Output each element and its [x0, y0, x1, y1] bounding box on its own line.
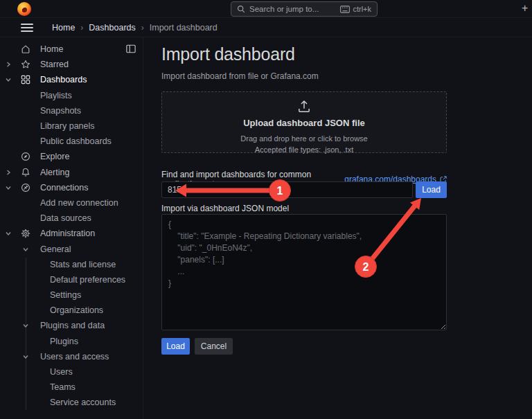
chevron-down-icon[interactable] [0, 231, 17, 236]
sidebar-nav: Home Starred Dashboards Playlists Snapsh… [0, 37, 143, 419]
upload-icon [296, 99, 312, 114]
sidebar-item-dashboards[interactable]: Dashboards [0, 72, 143, 87]
apps-icon [17, 75, 35, 84]
chevron-down-icon[interactable] [17, 247, 35, 252]
sidebar-label: Starred [40, 60, 69, 69]
sidebar-item-explore[interactable]: Explore [0, 149, 143, 164]
sidebar-item-starred[interactable]: Starred [0, 57, 143, 72]
sidebar-item-service-accounts[interactable]: Service accounts [0, 395, 143, 410]
search-icon [237, 5, 245, 13]
sidebar-label: Explore [40, 152, 69, 161]
sidebar-item-general[interactable]: General [0, 241, 143, 256]
keyboard-icon [340, 6, 350, 13]
sidebar-label: Home [40, 44, 63, 54]
sidebar-item-settings[interactable]: Settings [0, 287, 143, 303]
upload-heading: Upload dashboard JSON file [243, 118, 365, 128]
sidebar-label: Connections [40, 183, 89, 193]
sidebar-item-teams[interactable]: Teams [0, 380, 143, 395]
sidebar-item-alerting[interactable]: Alerting [0, 165, 143, 180]
shortcut-text: ctrl+k [353, 5, 371, 13]
sidebar-item-administration[interactable]: Administration [0, 226, 143, 241]
page-title: Import dashboard [161, 44, 295, 64]
sidebar-item-add-new-connection[interactable]: Add new connection [0, 195, 143, 211]
sidebar-item-stats-and-license[interactable]: Stats and license [0, 257, 143, 272]
breadcrumb: Home › Dashboards › Import dashboard [52, 18, 218, 37]
star-icon [17, 60, 35, 69]
chevron-down-icon[interactable] [0, 185, 17, 190]
sidebar-label: Administration [40, 229, 95, 238]
chevron-right-icon[interactable] [0, 62, 17, 67]
sidebar-item-plugins-and-data[interactable]: Plugins and data [0, 318, 143, 333]
sidebar-item-home[interactable]: Home [0, 42, 143, 57]
sidebar-label: Alerting [40, 168, 69, 177]
sidebar-item-default-preferences[interactable]: Default preferences [0, 272, 143, 287]
sidebar-item-users[interactable]: Users [0, 364, 143, 380]
sidebar-item-data-sources[interactable]: Data sources [0, 211, 143, 226]
main-content: Import dashboard Import dashboard from f… [161, 37, 447, 419]
sidebar-label: Dashboards [40, 75, 87, 84]
home-icon [17, 44, 35, 54]
breadcrumb-item-dashboards[interactable]: Dashboards [89, 23, 135, 33]
sidebar-item-public-dashboards[interactable]: Public dashboards [0, 134, 143, 149]
grafana-logo[interactable] [17, 2, 31, 16]
upload-filetypes: Accepted file types: .json, .txt [255, 145, 353, 154]
bell-icon [17, 168, 35, 177]
breadcrumb-separator: › [141, 23, 144, 33]
sidebar-item-library-panels[interactable]: Library panels [0, 118, 143, 134]
gear-icon [17, 229, 35, 238]
json-model-label: Import via dashboard JSON model [161, 204, 289, 213]
search-input[interactable]: Search or jump to... ctrl+k [231, 1, 378, 17]
sidebar-item-playlists[interactable]: Playlists [0, 88, 143, 103]
sidebar-item-plugins[interactable]: Plugins [0, 334, 143, 349]
upload-dropzone[interactable]: Upload dashboard JSON file Drag and drop… [161, 91, 447, 153]
breadcrumb-current: Import dashboard [150, 23, 218, 33]
dashboard-id-input[interactable] [161, 181, 413, 198]
sidebar-item-organizations[interactable]: Organizations [0, 303, 143, 318]
upload-hint: Drag and drop here or click to browse [240, 134, 367, 143]
breadcrumb-bar: Home › Dashboards › Import dashboard [0, 18, 532, 37]
cancel-button[interactable]: Cancel [195, 338, 233, 355]
chevron-right-icon[interactable] [0, 170, 17, 175]
add-button[interactable]: + [522, 2, 528, 15]
top-bar: Search or jump to... ctrl+k + [0, 0, 532, 18]
chevron-down-icon[interactable] [17, 354, 35, 359]
compass-icon [17, 152, 35, 161]
chevron-down-icon[interactable] [17, 323, 35, 328]
dock-sidebar-icon[interactable] [126, 44, 136, 53]
page-subtitle: Import dashboard from file or Grafana.co… [161, 71, 319, 81]
form-actions: Load Cancel [161, 338, 233, 355]
breadcrumb-separator: › [80, 23, 83, 33]
sidebar-item-connections[interactable]: Connections [0, 180, 143, 195]
menu-toggle-icon[interactable] [21, 24, 33, 32]
search-placeholder: Search or jump to... [249, 5, 336, 13]
plug-icon [17, 183, 35, 193]
shortcut-badge: ctrl+k [340, 5, 371, 13]
json-model-textarea[interactable] [161, 214, 447, 330]
breadcrumb-item-home[interactable]: Home [52, 23, 75, 33]
sidebar-item-snapshots[interactable]: Snapshots [0, 103, 143, 118]
load-gcom-button[interactable]: Load [416, 181, 447, 198]
load-button[interactable]: Load [161, 338, 190, 355]
sidebar-item-users-and-access[interactable]: Users and access [0, 349, 143, 364]
chevron-down-icon[interactable] [0, 77, 17, 82]
